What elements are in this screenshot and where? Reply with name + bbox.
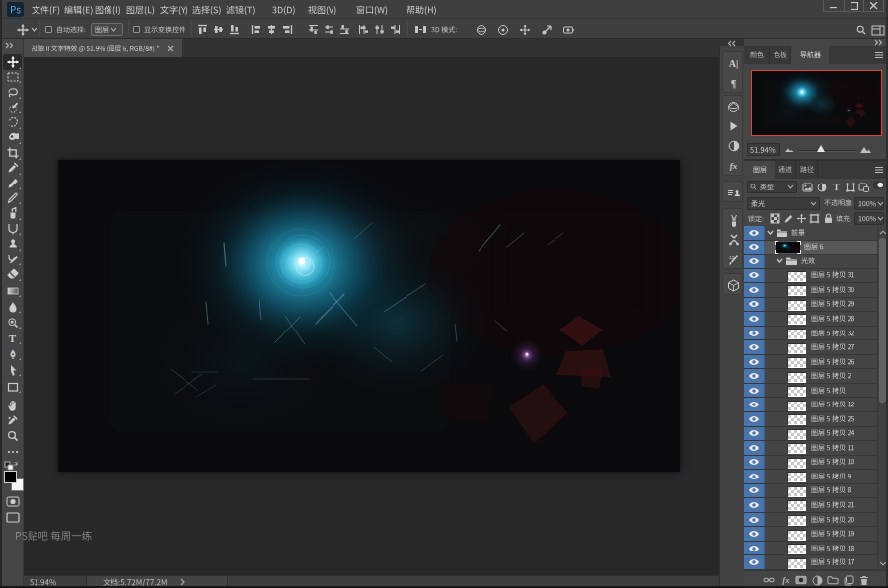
tool-clone-stamp[interactable] <box>3 237 22 252</box>
layer-visibility-eye-icon[interactable] <box>744 542 765 555</box>
menu-item-image[interactable]: 图像(I) <box>95 0 121 19</box>
layer-visibility-eye-icon[interactable] <box>744 340 765 354</box>
layer-filter-toggle[interactable] <box>873 181 884 189</box>
layer-row[interactable]: 图层 5 拷贝 31 <box>744 269 877 284</box>
close-button[interactable] <box>863 0 883 11</box>
dock-icon-tool-presets[interactable] <box>724 230 743 250</box>
tab-close-icon[interactable] <box>167 45 174 52</box>
layer-row[interactable]: 光效 <box>744 255 877 269</box>
tool-crop[interactable] <box>3 146 22 161</box>
layer-visibility-eye-icon[interactable] <box>744 327 765 340</box>
dock-icon-actions[interactable] <box>724 116 743 136</box>
scrollbar-thumb[interactable] <box>879 238 886 403</box>
menu-item-window[interactable]: 窗口(W) <box>356 0 388 19</box>
menu-item-type[interactable]: 文字(Y) <box>160 0 188 19</box>
align-left-edges-icon[interactable] <box>251 24 261 35</box>
layer-visibility-eye-icon[interactable] <box>744 369 765 383</box>
filter-pixel-icon[interactable] <box>802 182 813 192</box>
navigator-zoom-field[interactable]: 51.94% <box>747 143 780 156</box>
workspace-switcher-icon[interactable] <box>871 25 885 36</box>
menu-item-select[interactable]: 选择(S) <box>192 0 222 19</box>
tool-magic-wand[interactable] <box>3 115 22 130</box>
layer-row[interactable]: 前景 <box>744 226 877 241</box>
canvas[interactable] <box>58 160 680 472</box>
screen-mode-button[interactable] <box>3 510 22 525</box>
tool-rectangular-marquee[interactable] <box>3 69 22 84</box>
align-right-edges-icon[interactable] <box>282 24 293 35</box>
layer-row[interactable]: 图层 5 拷贝 24 <box>744 427 877 442</box>
panels-expand-icon[interactable] <box>874 39 883 46</box>
layer-visibility-eye-icon[interactable] <box>744 312 765 326</box>
tool-lasso[interactable] <box>3 85 22 100</box>
tool-pencil[interactable] <box>3 190 22 205</box>
layer-style-icon[interactable]: fx <box>780 574 792 586</box>
swap-colors-icon[interactable] <box>4 461 18 471</box>
zoom-in-icon[interactable] <box>859 145 872 154</box>
document-tab[interactable]: 战狼Ⅱ文字特效 @ 51.9% (图层 6, RGB/8#) * <box>24 39 182 57</box>
layer-visibility-eye-icon[interactable] <box>744 298 765 312</box>
layer-visibility-eye-icon[interactable] <box>744 484 765 498</box>
layer-row[interactable]: 图层 5 拷贝 27 <box>744 340 877 355</box>
tool-eraser[interactable] <box>3 267 22 282</box>
new-layer-icon[interactable] <box>843 574 854 586</box>
distribute-horizontal-centers-icon[interactable] <box>374 24 385 35</box>
layer-row[interactable]: 图层 5 拷贝 17 <box>744 555 877 570</box>
dock-icon-character[interactable]: A| <box>724 53 743 73</box>
layer-visibility-eye-icon[interactable] <box>744 470 765 483</box>
layer-visibility-eye-icon[interactable] <box>744 269 765 283</box>
dock-icon-3d[interactable] <box>724 275 743 295</box>
quick-mask-button[interactable] <box>3 494 22 509</box>
tool-quick-selection[interactable] <box>3 100 22 114</box>
panel-tab-color[interactable]: 颜色 <box>744 46 770 64</box>
blend-mode-dropdown[interactable]: 柔光 <box>747 197 820 210</box>
tool-hand[interactable] <box>3 399 22 413</box>
layer-row[interactable]: 图层 5 拷贝 8 <box>744 484 877 499</box>
layer-row[interactable]: 图层 5 拷贝 32 <box>744 327 877 341</box>
layer-row[interactable]: 图层 5 拷贝 29 <box>744 298 877 313</box>
lock-all-icon[interactable] <box>823 213 834 224</box>
tool-zoom[interactable] <box>3 428 22 443</box>
tool-rectangle-shape[interactable] <box>3 379 22 394</box>
layer-visibility-eye-icon[interactable] <box>744 427 765 441</box>
new-adjustment-layer-icon[interactable] <box>811 574 823 586</box>
align-top-edges-icon[interactable] <box>197 24 208 35</box>
tool-dodge[interactable] <box>3 315 22 330</box>
foreground-color-swatch[interactable] <box>4 471 17 483</box>
lock-transparent-icon[interactable] <box>770 213 780 224</box>
panel-tab-navigator[interactable]: 导航器 <box>791 46 829 64</box>
menu-item-help[interactable]: 帮助(H) <box>407 0 437 19</box>
3d-roll-icon[interactable] <box>497 24 509 36</box>
fill-dropdown[interactable]: 100% <box>854 212 884 225</box>
dock-icon-adjustments[interactable] <box>724 136 743 156</box>
dock-collapse-icon[interactable] <box>727 40 736 47</box>
navigator-panel-menu-icon[interactable] <box>874 51 884 59</box>
layer-visibility-eye-icon[interactable] <box>744 456 765 470</box>
auto-select-checkbox[interactable] <box>45 26 52 33</box>
group-expand-chevron-icon[interactable] <box>777 255 783 268</box>
tool-gradient[interactable] <box>3 283 22 298</box>
filter-adjustment-icon[interactable] <box>816 182 827 192</box>
layer-visibility-eye-icon[interactable] <box>744 498 765 512</box>
layer-visibility-eye-icon[interactable] <box>744 226 765 240</box>
navigator-proxy-view[interactable] <box>751 70 882 136</box>
filter-smartobject-icon[interactable] <box>858 182 869 192</box>
tool-eyedropper[interactable] <box>3 161 22 176</box>
auto-select-dropdown[interactable]: 图层 <box>91 23 123 36</box>
tool-blur[interactable] <box>3 299 22 314</box>
dock-icon-libraries[interactable] <box>724 97 743 116</box>
tool-pen[interactable] <box>3 346 22 361</box>
panel-tab-channels[interactable]: 通道 <box>775 161 796 179</box>
layer-row[interactable]: 图层 5 拷贝 11 <box>744 441 877 456</box>
layer-visibility-eye-icon[interactable] <box>744 283 765 297</box>
layer-row[interactable]: 图层 5 拷贝 19 <box>744 527 877 542</box>
distribute-top-edges-icon[interactable] <box>308 24 319 35</box>
menu-item-filter[interactable]: 滤镜(T) <box>226 0 256 19</box>
dock-icon-clone-source[interactable] <box>724 183 743 202</box>
layer-row[interactable]: 图层 5 拷贝 10 <box>744 456 877 471</box>
layers-panel-menu-icon[interactable] <box>874 166 884 174</box>
panel-tab-swatches[interactable]: 色板 <box>770 46 791 64</box>
minimize-button[interactable] <box>824 0 844 11</box>
toolbar-collapse-icon[interactable] <box>5 42 14 49</box>
layer-visibility-eye-icon[interactable] <box>744 255 765 268</box>
layer-visibility-eye-icon[interactable] <box>744 441 765 455</box>
